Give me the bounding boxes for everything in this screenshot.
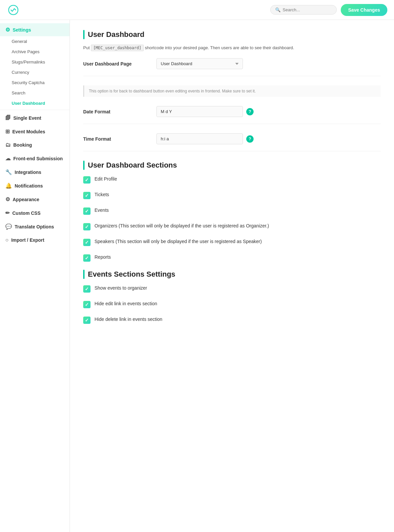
checkbox-hide-edit-link: Hide edit link in events section [83, 301, 381, 308]
shortcode-tag: [MEC_user_dashboard] [91, 45, 144, 51]
checkbox-edit-profile-check[interactable] [83, 176, 91, 184]
checkbox-organizers: Organizers (This section will only be di… [83, 223, 381, 230]
custom-css-label: Custom CSS [12, 210, 41, 216]
checkbox-events: Events [83, 207, 381, 215]
checkbox-speakers-label: Speakers (This section will only be disp… [95, 238, 262, 245]
frontend-icon: ☁ [5, 155, 11, 162]
import-export-label: Import / Export [11, 237, 45, 243]
date-format-label: Date Format [83, 109, 156, 114]
sidebar-item-booking[interactable]: 🗂 Booking [0, 138, 70, 152]
checkbox-speakers: Speakers (This section will only be disp… [83, 238, 381, 246]
sidebar-item-currency[interactable]: Currency [0, 67, 70, 77]
sidebar-item-translate-options[interactable]: 💬 Translate Options [0, 220, 70, 233]
shortcode-hint: Put [MEC_user_dashboard] shortcode into … [83, 45, 381, 50]
translate-label: Translate Options [15, 224, 54, 229]
appearance-label: Appearance [13, 197, 39, 202]
booking-label: Booking [13, 142, 32, 148]
date-format-help-icon[interactable]: ? [246, 108, 254, 115]
checkbox-events-check[interactable] [83, 207, 91, 215]
sidebar-item-event-modules[interactable]: ⊞ Event Modules [0, 125, 70, 138]
translate-icon: 💬 [5, 223, 12, 230]
sidebar-item-general[interactable]: General [0, 36, 70, 47]
sidebar-item-user-dashboard[interactable]: User Dashboard [0, 98, 70, 108]
sidebar-item-notifications[interactable]: 🔔 Notifications [0, 179, 70, 193]
checkbox-events-label: Events [95, 207, 109, 214]
checkbox-tickets-check[interactable] [83, 192, 91, 199]
date-format-control: ? [156, 106, 381, 117]
notifications-label: Notifications [15, 183, 43, 189]
checkbox-speakers-check[interactable] [83, 239, 91, 246]
dashboard-page-label: User Dashboard Page [83, 61, 156, 66]
dashboard-page-select[interactable]: User Dashboard [156, 58, 243, 69]
frontend-label: Front-end Submission [13, 156, 63, 161]
appearance-icon: ⚙ [5, 196, 10, 202]
checkbox-edit-profile: Edit Profile [83, 176, 381, 184]
integrations-label: Integrations [15, 170, 41, 175]
sidebar-item-custom-css[interactable]: ✏ Custom CSS [0, 206, 70, 220]
date-format-row: Date Format ? [83, 106, 381, 124]
main-content: User Dashboard Put [MEC_user_dashboard] … [70, 20, 394, 532]
time-format-control: ? [156, 133, 381, 144]
event-modules-icon: ⊞ [5, 128, 10, 135]
import-export-icon: ○ [5, 237, 9, 243]
date-format-input[interactable] [156, 106, 243, 117]
notifications-icon: 🔔 [5, 183, 12, 189]
booking-icon: 🗂 [5, 142, 11, 148]
checkbox-organizers-check[interactable] [83, 223, 91, 230]
checkbox-show-events-organizer: Show events to organizer [83, 285, 381, 293]
checkbox-hide-edit-link-check[interactable] [83, 301, 91, 308]
checkbox-hide-delete-link: Hide delete link in events section [83, 316, 381, 324]
search-bar: 🔍 [270, 5, 337, 15]
sidebar-divider-1 [0, 110, 70, 110]
single-event-icon: 🗐 [5, 115, 11, 121]
sidebar-item-search[interactable]: Search [0, 88, 70, 98]
sidebar-item-frontend-submission[interactable]: ☁ Front-end Submission [0, 152, 70, 165]
events-sections-title: Events Sections Settings [83, 270, 381, 279]
sidebar-item-archive-pages[interactable]: Archive Pages [0, 47, 70, 57]
checkbox-show-events-organizer-label: Show events to organizer [95, 285, 147, 292]
checkbox-reports: Reports [83, 254, 381, 262]
save-changes-button-header[interactable]: Save Changes [341, 4, 387, 16]
checkbox-show-events-organizer-check[interactable] [83, 285, 91, 293]
sections-title: User Dashboard Sections [83, 161, 381, 170]
checkbox-hide-delete-link-label: Hide delete link in events section [95, 316, 162, 323]
checkbox-tickets-label: Tickets [95, 192, 109, 198]
page-title: User Dashboard [83, 30, 381, 39]
checkbox-reports-label: Reports [95, 254, 111, 261]
search-icon: 🔍 [275, 7, 281, 12]
event-modules-label: Event Modules [12, 129, 45, 134]
sidebar-item-appearance[interactable]: ⚙ Appearance [0, 193, 70, 206]
sidebar-item-slugs-permalinks[interactable]: Slugs/Permalinks [0, 57, 70, 67]
header: 🔍 Save Changes [0, 0, 394, 20]
sidebar-item-single-event[interactable]: 🗐 Single Event [0, 111, 70, 125]
sidebar-item-integrations[interactable]: 🔧 Integrations [0, 165, 70, 179]
checkbox-edit-profile-label: Edit Profile [95, 176, 117, 183]
checkbox-tickets: Tickets [83, 192, 381, 199]
search-input[interactable] [283, 7, 332, 12]
integrations-icon: 🔧 [5, 169, 12, 175]
checkbox-organizers-label: Organizers (This section will only be di… [95, 223, 269, 229]
checkbox-hide-delete-link-check[interactable] [83, 317, 91, 324]
checkbox-hide-edit-link-label: Hide edit link in events section [95, 301, 157, 307]
sidebar-item-import-export[interactable]: ○ Import / Export [0, 233, 70, 247]
settings-section[interactable]: ⚙ Settings [0, 23, 70, 36]
layout: ⚙ Settings General Archive Pages Slugs/P… [0, 20, 394, 532]
settings-icon: ⚙ [5, 27, 10, 33]
sidebar: ⚙ Settings General Archive Pages Slugs/P… [0, 20, 70, 532]
dashboard-info-box: This option is for back to dashboard but… [83, 85, 381, 97]
single-event-label: Single Event [13, 115, 41, 121]
custom-css-icon: ✏ [5, 210, 10, 216]
dashboard-page-row: User Dashboard Page User Dashboard [83, 58, 381, 76]
time-format-label: Time Format [83, 136, 156, 142]
time-format-input[interactable] [156, 133, 243, 144]
time-format-help-icon[interactable]: ? [246, 135, 254, 143]
time-format-row: Time Format ? [83, 133, 381, 151]
dashboard-page-control: User Dashboard [156, 58, 381, 69]
logo [7, 3, 20, 17]
sidebar-item-security-captcha[interactable]: Security Captcha [0, 77, 70, 88]
settings-label: Settings [13, 27, 31, 33]
checkbox-reports-check[interactable] [83, 254, 91, 262]
